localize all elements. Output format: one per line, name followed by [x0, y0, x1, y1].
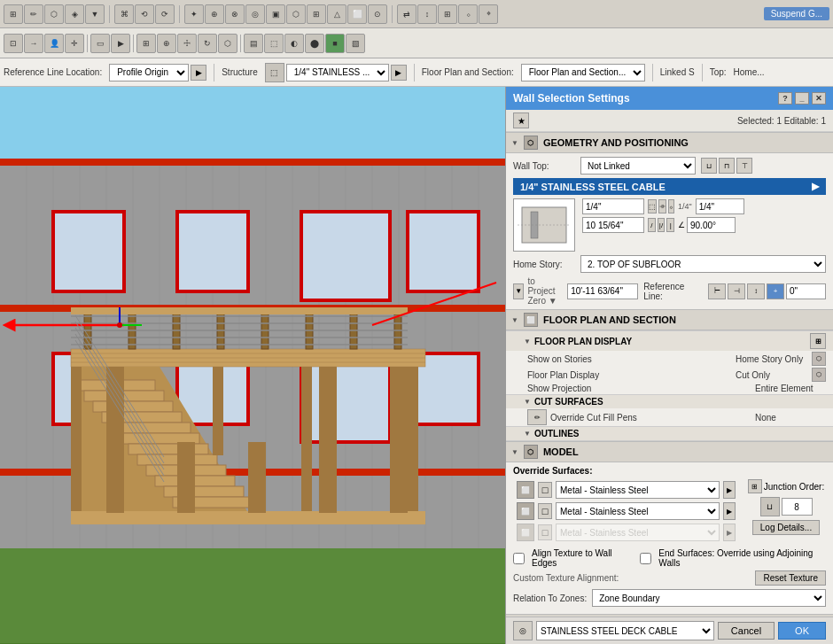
structure-arrow[interactable]: ▶	[391, 65, 407, 81]
star-button[interactable]: ★	[513, 113, 529, 128]
project-zero-icon[interactable]: ▼	[513, 283, 524, 299]
dim1-icon1[interactable]: ⬚	[648, 199, 657, 213]
dim1-input[interactable]	[582, 198, 644, 214]
wall-top-icon1[interactable]: ⊔	[701, 158, 717, 174]
tool-icon-9[interactable]: ✦	[184, 4, 204, 24]
tool-icon-4[interactable]: ◈	[65, 4, 84, 24]
minimize-btn[interactable]: _	[795, 92, 809, 105]
cable-selection-row[interactable]: 1/4" STAINLESS STEEL CABLE ▶	[513, 178, 826, 195]
ref-line-combo[interactable]: Profile Origin	[109, 64, 189, 81]
tool-icon-7[interactable]: ⟲	[135, 4, 154, 24]
reset-texture-button[interactable]: Reset Texture	[755, 570, 826, 586]
cut-surfaces-header[interactable]: ▼ CUT SURFACES	[506, 394, 833, 408]
dim4-input[interactable]	[687, 217, 736, 233]
tool-icon-22[interactable]: ⬦	[458, 4, 478, 24]
tool-icon-20[interactable]: ↕	[417, 4, 437, 24]
ref-line-arrow[interactable]: ▶	[191, 65, 206, 81]
tool-icon-1[interactable]: ⊞	[4, 4, 23, 24]
tool-icon-16[interactable]: △	[327, 4, 346, 24]
surface1-select[interactable]: Metal - Stainless Steel	[556, 481, 720, 499]
refline-icon2[interactable]: ⊣	[728, 283, 745, 299]
close-btn[interactable]: ✕	[812, 92, 826, 105]
tool-icon-5[interactable]: ▼	[85, 4, 105, 24]
structure-icon[interactable]: ⬚	[265, 63, 284, 82]
end-surfaces-checkbox[interactable]	[640, 553, 651, 564]
tool-icon-8[interactable]: ⟳	[155, 4, 175, 24]
tool-icon-12[interactable]: ◎	[245, 4, 265, 24]
ok-button[interactable]: OK	[778, 622, 826, 640]
grid-icon[interactable]: ⊞	[136, 34, 156, 53]
surface3-checkbox[interactable]: □	[538, 524, 552, 540]
model-section-header[interactable]: ▼ ⬡ MODEL	[506, 441, 833, 462]
person-icon[interactable]: 👤	[44, 34, 64, 53]
footer-icon1[interactable]: ◎	[513, 621, 533, 640]
tool-icon-15[interactable]: ⊞	[307, 4, 326, 24]
junction-main-icon[interactable]: ⊔	[760, 497, 780, 516]
homestory-select[interactable]: 2. TOP OF SUBFLOOR	[580, 255, 826, 273]
view-icon[interactable]: ▤	[244, 34, 263, 53]
junction-value-input[interactable]	[782, 498, 813, 516]
tool-icon-18[interactable]: ⊙	[368, 4, 387, 24]
viewport[interactable]: ✕	[0, 87, 505, 644]
display-icon[interactable]: ⬤	[305, 34, 324, 53]
suspend-btn[interactable]: Suspend G...	[764, 7, 829, 20]
refline-input[interactable]	[786, 283, 826, 299]
dim2-input[interactable]	[582, 217, 644, 233]
orbit-icon[interactable]: ⬡	[218, 34, 237, 53]
floor-plan-select[interactable]: Floor Plan and Section...	[521, 64, 645, 81]
dim1-icon3[interactable]: ⬦	[668, 199, 674, 213]
wall-top-select[interactable]: Not Linked	[580, 157, 696, 175]
tool-icon-3[interactable]: ⬡	[44, 4, 64, 24]
tool-icon-14[interactable]: ⬡	[286, 4, 306, 24]
outlines-header[interactable]: ▼ OUTLINES	[506, 426, 833, 441]
tool-icon-2[interactable]: ✏	[24, 4, 43, 24]
surface1-arrow[interactable]: ▶	[723, 481, 736, 499]
layers-icon[interactable]: ⬚	[264, 34, 284, 53]
arrow-icon[interactable]: →	[24, 34, 43, 53]
dim2-icon1[interactable]: /	[648, 218, 656, 232]
surface2-select[interactable]: Metal - Stainless Steel	[556, 502, 720, 520]
tool-icon-17[interactable]: ⬜	[347, 4, 367, 24]
floor-plan-display-header[interactable]: ▼ FLOOR PLAN DISPLAY ⊞	[506, 330, 833, 351]
tool-icon-21[interactable]: ⊞	[438, 4, 457, 24]
junction-link-icon[interactable]: ⊞	[748, 479, 762, 493]
panel-body[interactable]: ▼ ⬡ GEOMETRY AND POSITIONING Wall Top: N…	[506, 132, 833, 617]
tool-icon-19[interactable]: ⇄	[397, 4, 416, 24]
tool-icon-23[interactable]: ⌖	[479, 4, 498, 24]
wall-top-icon2[interactable]: ⊓	[719, 158, 735, 174]
geometry-section-header[interactable]: ▼ ⬡ GEOMETRY AND POSITIONING	[506, 132, 833, 153]
fp-display-icon[interactable]: ⬡	[812, 368, 826, 382]
fp-display-lock-icon[interactable]: ⊞	[810, 333, 826, 349]
surface1-checkbox[interactable]: □	[538, 482, 552, 498]
help-btn[interactable]: ?	[778, 92, 792, 105]
refline-icon4[interactable]: +	[767, 283, 784, 299]
dim2-icon2[interactable]: |/	[658, 218, 666, 232]
floor-icon[interactable]: ▭	[90, 34, 110, 53]
tool-icon-6[interactable]: ⌘	[114, 4, 134, 24]
cancel-button[interactable]: Cancel	[718, 622, 775, 640]
rotate3d-icon[interactable]: ↻	[198, 34, 217, 53]
color-icon[interactable]: ▧	[346, 34, 365, 53]
tool-icon-11[interactable]: ⊗	[225, 4, 245, 24]
refline-icon1[interactable]: ⊢	[708, 283, 726, 299]
tool-icon-10[interactable]: ⊕	[205, 4, 224, 24]
select-icon[interactable]: ▶	[111, 34, 130, 53]
show-on-stories-icon[interactable]: ⬡	[812, 352, 826, 366]
tool-icon-13[interactable]: ▣	[266, 4, 285, 24]
zoom-icon[interactable]: ⊕	[157, 34, 176, 53]
override-cut-fill-icon[interactable]: ✏	[527, 409, 547, 425]
floor-plan-section-header[interactable]: ▼ ⬜ FLOOR PLAN AND SECTION	[506, 309, 833, 330]
dim2-icon3[interactable]: |	[666, 218, 674, 232]
move-icon[interactable]: ✛	[65, 34, 84, 53]
highlight-icon[interactable]: ■	[325, 34, 345, 53]
render-icon[interactable]: ◐	[284, 34, 304, 53]
refline-icon3[interactable]: ↕	[747, 283, 765, 299]
window-icon[interactable]: ⊡	[4, 34, 23, 53]
align-texture-checkbox[interactable]	[513, 553, 525, 564]
log-details-button[interactable]: Log Details...	[752, 520, 820, 535]
relation-zones-select[interactable]: Zone Boundary	[592, 589, 826, 607]
surface2-checkbox[interactable]: □	[538, 503, 552, 519]
dim1-icon2[interactable]: ⟛	[658, 199, 666, 213]
surface2-arrow[interactable]: ▶	[723, 502, 736, 520]
structure-select[interactable]: 1/4" STAINLESS ...	[286, 64, 389, 81]
